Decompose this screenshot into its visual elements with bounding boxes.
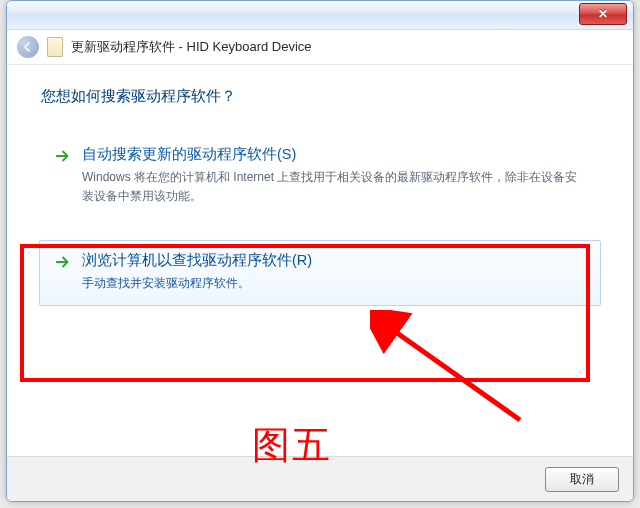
cancel-button[interactable]: 取消 (545, 467, 619, 492)
arrow-right-icon (54, 147, 72, 165)
back-arrow-icon (23, 42, 33, 52)
close-button[interactable]: ✕ (579, 3, 627, 25)
figure-label: 图五 (252, 420, 332, 471)
close-icon: ✕ (598, 7, 608, 21)
breadcrumb: 更新驱动程序软件 - HID Keyboard Device (7, 30, 633, 65)
option-auto-search[interactable]: 自动搜索更新的驱动程序软件(S) Windows 将在您的计算机和 Intern… (39, 134, 601, 218)
option-browse-computer[interactable]: 浏览计算机以查找驱动程序软件(R) 手动查找并安装驱动程序软件。 (39, 240, 601, 306)
option-auto-desc: Windows 将在您的计算机和 Internet 上查找用于相关设备的最新驱动… (82, 168, 586, 205)
option-browse-title: 浏览计算机以查找驱动程序软件(R) (82, 251, 586, 270)
spacer (37, 222, 603, 236)
option-browse-desc: 手动查找并安装驱动程序软件。 (82, 274, 586, 293)
option-auto-title: 自动搜索更新的驱动程序软件(S) (82, 145, 586, 164)
stage: ✕ 更新驱动程序软件 - HID Keyboard Device 您想如何搜索驱… (0, 0, 640, 508)
page-heading: 您想如何搜索驱动程序软件？ (41, 87, 603, 106)
titlebar: ✕ (7, 1, 633, 30)
window-title: 更新驱动程序软件 - HID Keyboard Device (71, 38, 312, 56)
client-area: 您想如何搜索驱动程序软件？ 自动搜索更新的驱动程序软件(S) Windows 将… (7, 65, 633, 306)
arrow-right-icon (54, 253, 72, 271)
back-button[interactable] (17, 36, 39, 58)
device-icon (47, 37, 63, 57)
cancel-button-label: 取消 (570, 471, 594, 488)
